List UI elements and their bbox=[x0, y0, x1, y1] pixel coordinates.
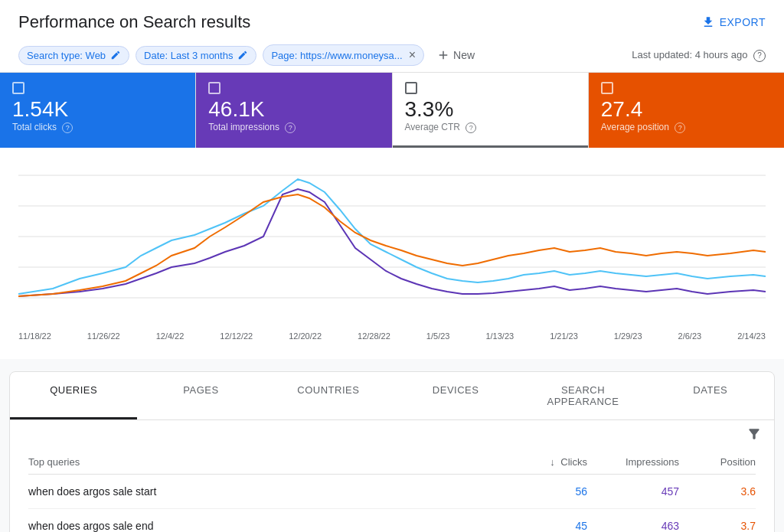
x-label-9: 1/29/23 bbox=[614, 331, 642, 341]
add-filter-button[interactable]: New bbox=[430, 45, 481, 65]
x-label-8: 1/21/23 bbox=[550, 331, 578, 341]
page-title: Performance on Search results bbox=[18, 12, 250, 32]
metric-checkbox-ctr[interactable] bbox=[405, 82, 417, 94]
cell-query-1[interactable]: when does argos sale end bbox=[28, 520, 495, 532]
x-label-0: 11/18/22 bbox=[18, 331, 51, 341]
table-row: when does argos sale start 56 457 3.6 bbox=[28, 475, 756, 509]
metric-help-impressions[interactable]: ? bbox=[285, 122, 296, 133]
metric-value-clicks: 1.54K bbox=[12, 97, 183, 122]
tab-devices[interactable]: DEVICES bbox=[392, 372, 519, 419]
tabs-section: QUERIES PAGES COUNTRIES DEVICES SEARCH A… bbox=[9, 371, 775, 532]
col-header-clicks: ↓ Clicks bbox=[495, 456, 587, 468]
filters-row: Search type: Web Date: Last 3 months Pag… bbox=[0, 38, 784, 73]
x-label-3: 12/12/22 bbox=[220, 331, 253, 341]
metric-help-ctr[interactable]: ? bbox=[466, 122, 476, 133]
x-label-7: 1/13/23 bbox=[485, 331, 514, 341]
col-header-position: Position bbox=[679, 456, 756, 468]
cell-position-0: 3.6 bbox=[679, 485, 756, 498]
x-label-10: 2/6/23 bbox=[678, 331, 702, 341]
edit-icon bbox=[110, 50, 121, 60]
filter-chip-page[interactable]: Page: https://www.moneysa... × bbox=[263, 44, 424, 66]
table-section: Top queries ↓ Clicks Impressions Positio… bbox=[10, 450, 774, 532]
cell-position-1: 3.7 bbox=[679, 520, 756, 532]
close-chip-page[interactable]: × bbox=[409, 48, 416, 62]
metric-value-position: 27.4 bbox=[601, 97, 772, 122]
plus-icon bbox=[436, 48, 450, 62]
download-icon bbox=[701, 15, 715, 29]
metric-card-impressions[interactable]: 46.1K Total impressions ? bbox=[196, 73, 391, 148]
x-label-2: 12/4/22 bbox=[156, 331, 185, 341]
table-header: Top queries ↓ Clicks Impressions Positio… bbox=[28, 450, 756, 475]
metric-value-ctr: 3.3% bbox=[405, 97, 576, 122]
metric-card-position[interactable]: 27.4 Average position ? bbox=[589, 73, 784, 148]
x-label-5: 12/28/22 bbox=[358, 331, 390, 341]
metric-card-clicks[interactable]: 1.54K Total clicks ? bbox=[0, 73, 195, 148]
x-label-6: 1/5/23 bbox=[426, 331, 450, 341]
last-updated: Last updated: 4 hours ago ? bbox=[632, 49, 766, 62]
col-header-query: Top queries bbox=[28, 456, 495, 468]
cell-query-0[interactable]: when does argos sale start bbox=[28, 485, 495, 498]
metric-value-impressions: 46.1K bbox=[208, 97, 379, 122]
metrics-row: 1.54K Total clicks ? 46.1K Total impress… bbox=[0, 73, 784, 148]
sort-arrow-down: ↓ bbox=[550, 456, 555, 468]
chart-container bbox=[18, 160, 766, 328]
col-header-impressions: Impressions bbox=[587, 456, 679, 468]
metric-card-ctr[interactable]: 3.3% Average CTR ? bbox=[393, 73, 588, 148]
metric-checkbox-clicks[interactable] bbox=[12, 82, 24, 94]
filter-icon bbox=[746, 426, 762, 442]
tab-dates[interactable]: DATES bbox=[647, 372, 774, 419]
tab-countries[interactable]: COUNTRIES bbox=[265, 372, 392, 419]
edit-icon-2 bbox=[237, 50, 248, 60]
x-axis: 11/18/22 11/26/22 12/4/22 12/12/22 12/20… bbox=[18, 328, 766, 341]
metric-checkbox-impressions[interactable] bbox=[208, 82, 220, 94]
filter-chip-search-type[interactable]: Search type: Web bbox=[18, 46, 129, 65]
tab-pages[interactable]: PAGES bbox=[137, 372, 264, 419]
header: Performance on Search results EXPORT bbox=[0, 0, 784, 38]
table-filter-button[interactable] bbox=[746, 426, 762, 444]
tabs-row: QUERIES PAGES COUNTRIES DEVICES SEARCH A… bbox=[10, 372, 774, 420]
filters-left: Search type: Web Date: Last 3 months Pag… bbox=[18, 44, 481, 66]
chart-section: 11/18/22 11/26/22 12/4/22 12/12/22 12/20… bbox=[0, 148, 784, 359]
x-label-1: 11/26/22 bbox=[87, 331, 120, 341]
cell-clicks-0: 56 bbox=[495, 485, 587, 498]
metric-checkbox-position[interactable] bbox=[601, 82, 613, 94]
filter-chip-date[interactable]: Date: Last 3 months bbox=[136, 46, 256, 65]
metric-help-position[interactable]: ? bbox=[675, 122, 685, 133]
tab-queries[interactable]: QUERIES bbox=[10, 372, 137, 419]
x-label-11: 2/14/23 bbox=[737, 331, 766, 341]
x-label-4: 12/20/22 bbox=[289, 331, 322, 341]
filter-icon-row bbox=[10, 420, 774, 450]
cell-clicks-1: 45 bbox=[495, 520, 587, 532]
last-updated-help-icon[interactable]: ? bbox=[753, 50, 766, 62]
cell-impressions-0: 457 bbox=[587, 485, 679, 498]
metric-help-clicks[interactable]: ? bbox=[62, 122, 73, 133]
export-button[interactable]: EXPORT bbox=[701, 15, 766, 29]
line-chart bbox=[18, 160, 766, 328]
cell-impressions-1: 463 bbox=[587, 520, 679, 532]
table-row: when does argos sale end 45 463 3.7 bbox=[28, 509, 756, 532]
tab-search-appearance[interactable]: SEARCH APPEARANCE bbox=[519, 372, 646, 419]
